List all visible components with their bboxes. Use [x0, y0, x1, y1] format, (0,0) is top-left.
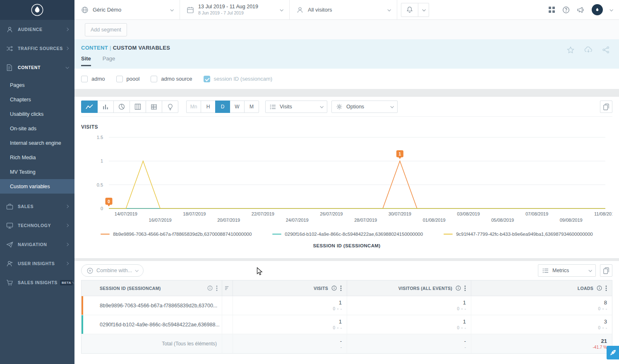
sidebar-item-navigation[interactable]: NAVIGATION — [0, 235, 74, 254]
assistant-rocket-button[interactable] — [607, 346, 619, 359]
sidebar-item-technology[interactable]: TECHNOLOGY — [0, 216, 74, 235]
options-dropdown-value: Options — [346, 104, 391, 110]
topbar: Géric Démo 13 Jul 2019 - 11 Aug 2019 8 J… — [74, 0, 619, 20]
kebab-menu-icon[interactable] — [216, 285, 218, 291]
favorite-button[interactable] — [566, 46, 575, 54]
plus-circle-icon — [87, 268, 93, 274]
bar-chart-icon — [102, 104, 109, 110]
kebab-menu-icon[interactable] — [464, 285, 466, 291]
apps-grid-button[interactable] — [548, 6, 555, 13]
navigation-icon — [6, 241, 13, 248]
export-icon — [603, 267, 609, 274]
column-header-sort[interactable] — [222, 280, 233, 296]
filter-label: poool — [127, 76, 140, 82]
user-avatar[interactable] — [592, 4, 603, 15]
add-segment-button[interactable]: Add segment — [85, 23, 127, 36]
kebab-menu-icon[interactable] — [605, 285, 607, 291]
sidebar-item-user-insights[interactable]: USER INSIGHTS — [0, 254, 74, 273]
brand-logo-icon — [31, 3, 44, 17]
filter-session-id-sessioncam[interactable]: session ID (sessioncam) — [204, 76, 273, 82]
bar-chart-button[interactable] — [97, 101, 114, 113]
info-icon[interactable] — [207, 285, 213, 291]
sidebar-item-sales-insights[interactable]: SALES INSIGHTS BETA — [0, 273, 74, 292]
options-dropdown[interactable]: Options — [331, 101, 398, 113]
sidebar-item-mv-testing[interactable]: MV Testing — [0, 165, 74, 179]
help-button[interactable] — [562, 6, 570, 14]
distribution-chart-button[interactable] — [130, 101, 146, 113]
filter-poool[interactable]: poool — [116, 76, 140, 82]
chart-type-group — [81, 101, 178, 113]
legend-item[interactable]: 8b9e9896-7063-4566-b67a-f78865839d2b,637… — [101, 232, 252, 237]
granularity-day-button[interactable]: D — [215, 101, 230, 113]
metrics-dropdown[interactable]: Metrics — [538, 264, 596, 277]
sidebar-item-sales[interactable]: SALES — [0, 197, 74, 216]
chevron-down-icon — [65, 65, 69, 69]
sidebar-item-custom-variables[interactable]: Custom variables — [0, 179, 74, 194]
svg-text:24/07/2019: 24/07/2019 — [286, 218, 309, 223]
column-header-visitors[interactable]: VISITORS (ALL EVENTS) — [347, 280, 471, 296]
tab-page[interactable]: Page — [103, 55, 115, 66]
info-icon[interactable] — [331, 285, 337, 291]
sidebar-item-usability-clicks[interactable]: Usability clicks — [0, 107, 74, 121]
granularity-month-button[interactable]: M — [244, 101, 259, 113]
combine-with-button[interactable]: Combine with... — [81, 264, 144, 277]
filter-admo-source[interactable]: admo source — [151, 76, 192, 82]
metric-dropdown[interactable]: Visits — [265, 101, 327, 113]
legend-item[interactable]: 0290f16d-b102-4a9e-866c-8c59484222ae,636… — [272, 232, 423, 237]
sidebar-item-chapters[interactable]: Chapters — [0, 92, 74, 107]
svg-text:22/07/2019: 22/07/2019 — [252, 211, 274, 216]
checkbox-unchecked[interactable] — [81, 76, 88, 82]
legend-item[interactable]: 9c91f447-7799-42fc-b433-b9e6ea949ba1,636… — [444, 232, 593, 237]
chevron-right-icon — [65, 28, 69, 31]
checkbox-unchecked[interactable] — [151, 76, 157, 82]
star-icon — [566, 46, 575, 54]
checkbox-unchecked[interactable] — [116, 76, 123, 82]
sidebar-item-traffic-sources[interactable]: TRAFFIC SOURCES — [0, 39, 74, 58]
sidebar-item-label: AUDIENCE — [18, 27, 66, 32]
audience-icon — [6, 26, 13, 33]
info-icon[interactable] — [597, 285, 602, 291]
info-icon[interactable] — [456, 285, 461, 291]
notifications-button[interactable] — [401, 3, 418, 17]
metric-dropdown-value: Visits — [280, 104, 320, 110]
chevron-down-icon[interactable] — [609, 8, 613, 11]
sidebar-item-pages[interactable]: Pages — [0, 78, 74, 92]
sidebar-item-on-site-ads[interactable]: On-site ads — [0, 121, 74, 136]
site-selector[interactable]: Géric Démo — [74, 0, 180, 19]
table-row[interactable]: 8b9e9896-7063-4566-b67a-f78865839d2b,637… — [82, 296, 612, 315]
table-view-button[interactable] — [146, 101, 162, 113]
announcements-button[interactable] — [577, 7, 585, 13]
tab-site[interactable]: Site — [81, 55, 91, 66]
sidebar-item-internal-search-engine[interactable]: Internal search engine — [0, 136, 74, 150]
pie-chart-button[interactable] — [113, 101, 130, 113]
share-button[interactable] — [602, 46, 610, 54]
checkbox-checked[interactable] — [204, 76, 210, 82]
download-button[interactable] — [584, 46, 593, 54]
sidebar-item-audience[interactable]: AUDIENCE — [0, 20, 74, 39]
date-range-selector[interactable]: 13 Jul 2019 - 11 Aug 2019 8 Jun 2019 - 7… — [180, 0, 290, 19]
column-header-loads[interactable]: LOADS — [471, 280, 612, 296]
visits-cell: 1 0- — [233, 315, 347, 334]
line-chart-button[interactable] — [81, 101, 98, 113]
table-row[interactable]: 0290f16d-b102-4a9e-866c-8c59484222ae,636… — [82, 315, 612, 334]
column-header-session-id[interactable]: SESSION ID (SESSIONCAM) — [82, 280, 222, 296]
export-table-button[interactable] — [600, 264, 612, 277]
visitors-cell: 1 0- — [347, 315, 471, 334]
insights-button[interactable] — [162, 101, 178, 113]
notifications-dropdown-button[interactable] — [418, 3, 429, 17]
column-header-visits[interactable]: VISITS — [233, 280, 347, 296]
app-logo[interactable] — [0, 0, 74, 20]
granularity-minute-button[interactable]: Mn — [186, 101, 201, 113]
filter-admo[interactable]: admo — [81, 76, 105, 82]
chevron-right-icon — [65, 224, 69, 227]
visitor-segment-selector[interactable]: All visitors — [290, 0, 397, 19]
sort-cell — [222, 296, 233, 315]
granularity-week-button[interactable]: W — [230, 101, 245, 113]
granularity-hour-button[interactable]: H — [201, 101, 216, 113]
export-chart-button[interactable] — [600, 101, 612, 113]
kebab-menu-icon[interactable] — [340, 285, 342, 291]
sidebar-item-content[interactable]: CONTENT — [0, 58, 74, 77]
breadcrumb-separator: | — [110, 45, 111, 51]
sidebar-item-rich-media[interactable]: Rich Media — [0, 150, 74, 165]
table-toolbar-right: Metrics — [538, 264, 612, 277]
